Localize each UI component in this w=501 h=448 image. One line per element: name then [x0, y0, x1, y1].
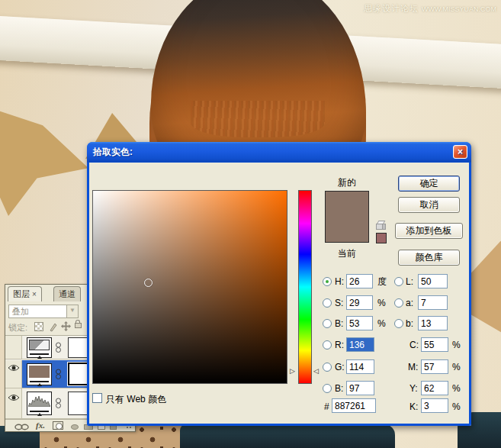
eye-icon — [8, 394, 20, 401]
clothing-fabric-dark — [180, 424, 395, 448]
histogram-icon — [28, 394, 50, 407]
hex-field[interactable] — [332, 398, 376, 413]
saturation-field[interactable] — [346, 295, 373, 310]
layer-thumbnail-adjustment[interactable] — [27, 337, 52, 358]
brightness-radio[interactable] — [323, 319, 332, 328]
visibility-toggle[interactable] — [5, 336, 22, 359]
cyan-unit: % — [452, 338, 461, 353]
lab-b-field[interactable] — [418, 316, 448, 330]
lab-b-label: b: — [406, 317, 413, 331]
websafe-color-swatch[interactable] — [376, 233, 387, 243]
layer-thumbnail-color-fill[interactable] — [27, 363, 52, 385]
black-unit: % — [452, 400, 461, 414]
green-field[interactable] — [346, 359, 374, 374]
new-adjustment-icon[interactable] — [71, 424, 79, 430]
visibility-toggle[interactable] — [5, 360, 22, 388]
watermark: 思缘设计论坛 WWW.MISSYUAN.COM — [364, 3, 496, 15]
hue-field[interactable] — [346, 274, 373, 288]
yellow-unit: % — [452, 382, 461, 396]
green-radio[interactable] — [323, 363, 332, 372]
cancel-button[interactable]: 取消 — [398, 197, 460, 213]
dialog-title: 拾取实色: — [93, 147, 133, 157]
lock-paint-brush-icon[interactable] — [48, 321, 58, 334]
current-color-swatch[interactable] — [326, 217, 368, 242]
add-to-swatches-button[interactable]: 添加到色板 — [395, 223, 463, 239]
layer-mask-thumbnail[interactable] — [68, 392, 89, 415]
layer-mask-link-icon[interactable] — [55, 369, 62, 382]
ok-button[interactable]: 确定 — [398, 176, 460, 192]
saturation-unit: % — [377, 296, 386, 311]
brightness-field[interactable] — [346, 316, 373, 330]
visibility-toggle[interactable] — [5, 388, 22, 418]
red-radio[interactable] — [323, 340, 332, 350]
hue-slider[interactable] — [298, 190, 312, 384]
close-icon: × — [458, 147, 463, 157]
color-field[interactable] — [92, 190, 287, 384]
new-color-swatch — [326, 192, 368, 217]
tab-channels-label: 通道 — [59, 289, 75, 298]
tab-channels[interactable]: 通道 — [53, 286, 81, 301]
lab-a-radio[interactable] — [394, 298, 403, 308]
lock-label: 锁定: — [8, 323, 27, 332]
hue-radio[interactable] — [323, 277, 332, 286]
red-field[interactable] — [346, 337, 374, 352]
dialog-titlebar[interactable]: 拾取实色: × — [87, 142, 471, 163]
tab-layers[interactable]: 图层× — [8, 286, 42, 301]
cyan-field[interactable] — [421, 337, 448, 352]
tab-close-icon[interactable]: × — [32, 290, 37, 298]
new-color-label: 新的 — [325, 176, 369, 189]
layer-mask-thumbnail[interactable] — [68, 337, 89, 358]
screenshot-root: 思缘设计论坛 WWW.MISSYUAN.COM 图层× 通道 叠加 ▼ 锁定: — [0, 0, 501, 448]
cyan-label: C: — [409, 338, 419, 353]
green-label: G: — [335, 360, 345, 375]
blend-mode-select[interactable]: 叠加 ▼ — [8, 305, 79, 318]
web-only-checkbox[interactable] — [92, 393, 102, 403]
close-button[interactable]: × — [453, 145, 467, 159]
lab-l-radio[interactable] — [394, 277, 403, 286]
lab-l-label: L: — [406, 275, 413, 289]
hue-unit: 度 — [377, 275, 387, 289]
lock-move-icon[interactable] — [61, 321, 71, 333]
watermark-url: WWW.MISSYUAN.COM — [422, 5, 496, 13]
layer-style-icon[interactable]: fx. — [36, 421, 45, 430]
blue-radio[interactable] — [323, 384, 332, 393]
paper-star-left — [0, 90, 88, 216]
gamut-warning-cube-icon[interactable] — [376, 221, 386, 230]
hue-arrow-left-icon[interactable]: ▷ — [290, 368, 295, 375]
magenta-field[interactable] — [421, 359, 448, 374]
saturation-label: S: — [335, 296, 343, 311]
hue-arrow-right-icon[interactable]: ◁ — [313, 368, 319, 375]
lab-a-field[interactable] — [418, 295, 448, 310]
lab-l-field[interactable] — [418, 274, 448, 288]
tab-layers-label: 图层 — [13, 289, 30, 298]
black-field[interactable] — [421, 398, 448, 413]
color-swatch-box — [325, 191, 369, 243]
layer-mask-thumbnail-active[interactable] — [68, 363, 89, 385]
brightness-unit: % — [377, 317, 386, 331]
hue-label: H: — [335, 275, 344, 289]
girl-hair-bangs — [191, 101, 325, 137]
add-mask-icon[interactable] — [53, 421, 63, 430]
yellow-field[interactable] — [421, 381, 448, 395]
magenta-label: M: — [408, 360, 418, 375]
lock-transparency-icon[interactable] — [34, 322, 43, 331]
lock-all-icon[interactable] — [75, 323, 82, 328]
color-field-marker[interactable] — [144, 279, 153, 287]
link-layers-icon[interactable] — [14, 423, 30, 432]
chevron-down-icon[interactable]: ▼ — [66, 305, 78, 317]
lab-b-radio[interactable] — [394, 319, 403, 328]
blend-mode-value: 叠加 — [12, 307, 29, 316]
layer-mask-link-icon[interactable] — [55, 342, 62, 355]
layer-thumbnail-levels[interactable] — [27, 392, 52, 415]
layer-mask-link-icon[interactable] — [55, 398, 62, 411]
lab-a-label: a: — [406, 296, 413, 311]
current-color-label: 当前 — [325, 247, 369, 260]
web-only-label: 只有 Web 颜色 — [106, 392, 166, 407]
lock-bar: 锁定: — [8, 322, 27, 334]
blue-field[interactable] — [346, 381, 374, 395]
color-libraries-button[interactable]: 颜色库 — [398, 250, 460, 266]
watermark-site: 思缘设计论坛 — [364, 4, 419, 13]
red-label: R: — [335, 338, 344, 353]
saturation-radio[interactable] — [323, 298, 332, 308]
eye-icon — [8, 364, 20, 372]
